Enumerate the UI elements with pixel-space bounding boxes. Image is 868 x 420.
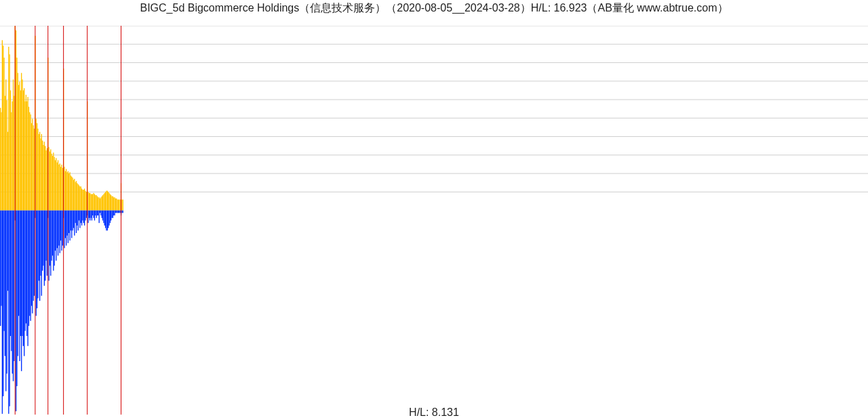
svg-rect-241 (87, 211, 88, 224)
svg-rect-143 (121, 200, 122, 211)
svg-rect-122 (102, 195, 103, 211)
svg-rect-159 (13, 211, 14, 381)
svg-rect-124 (104, 193, 105, 211)
svg-rect-174 (26, 211, 27, 336)
svg-rect-133 (113, 196, 113, 211)
svg-rect-249 (95, 211, 96, 215)
svg-rect-55 (41, 134, 42, 211)
svg-rect-27 (16, 30, 16, 211)
svg-rect-171 (24, 211, 24, 356)
grid-lines (0, 26, 868, 192)
svg-rect-252 (98, 211, 98, 215)
svg-rect-37 (24, 102, 25, 211)
svg-rect-245 (92, 211, 92, 221)
svg-rect-222 (71, 211, 71, 231)
svg-rect-257 (102, 211, 103, 221)
svg-rect-221 (69, 211, 70, 240)
svg-rect-119 (100, 198, 100, 211)
svg-rect-87 (71, 175, 71, 211)
svg-rect-219 (68, 211, 68, 243)
svg-rect-14 (3, 58, 4, 211)
svg-rect-92 (75, 182, 75, 211)
svg-rect-231 (79, 211, 79, 221)
svg-rect-253 (99, 211, 100, 224)
svg-rect-215 (64, 211, 64, 249)
svg-rect-54 (40, 138, 41, 210)
svg-rect-181 (33, 211, 34, 301)
svg-rect-81 (65, 171, 66, 211)
svg-rect-184 (36, 211, 37, 316)
svg-rect-153 (7, 211, 8, 291)
chart-plot (0, 26, 868, 415)
svg-rect-239 (86, 211, 87, 218)
svg-rect-255 (100, 211, 101, 215)
svg-rect-265 (110, 211, 111, 224)
svg-rect-192 (43, 211, 43, 266)
svg-rect-41 (28, 107, 29, 211)
svg-rect-256 (102, 211, 102, 218)
svg-rect-178 (30, 211, 31, 321)
svg-rect-128 (108, 192, 108, 210)
svg-rect-106 (87, 192, 88, 210)
svg-rect-163 (16, 211, 17, 386)
svg-rect-82 (66, 169, 66, 210)
svg-rect-33 (21, 73, 22, 211)
svg-rect-224 (72, 211, 73, 231)
svg-rect-77 (61, 165, 62, 211)
svg-rect-17 (6, 100, 7, 211)
svg-rect-108 (90, 193, 90, 211)
svg-rect-118 (99, 197, 100, 210)
svg-rect-80 (64, 167, 64, 210)
svg-rect-74 (58, 165, 59, 211)
svg-rect-125 (105, 192, 106, 210)
svg-rect-63 (48, 147, 49, 210)
svg-rect-218 (66, 211, 67, 236)
svg-rect-179 (31, 211, 32, 306)
svg-rect-259 (104, 211, 105, 226)
svg-rect-136 (115, 198, 116, 211)
svg-rect-175 (27, 211, 28, 346)
lower-bars (0, 211, 123, 414)
svg-rect-47 (34, 129, 35, 211)
svg-rect-68 (53, 152, 54, 210)
svg-rect-12 (2, 40, 3, 210)
svg-rect-129 (108, 193, 109, 211)
svg-rect-196 (47, 211, 47, 276)
svg-rect-198 (48, 211, 49, 281)
svg-rect-225 (73, 211, 74, 228)
svg-rect-228 (76, 211, 77, 233)
svg-rect-247 (93, 211, 94, 218)
svg-rect-202 (52, 211, 53, 256)
svg-rect-84 (68, 171, 68, 211)
svg-rect-29 (18, 73, 18, 211)
svg-rect-182 (34, 211, 35, 296)
svg-rect-251 (97, 211, 98, 215)
svg-rect-211 (60, 211, 61, 240)
chart-title: BIGC_5d Bigcommerce Holdings（信息技术服务）（202… (0, 1, 868, 16)
svg-rect-260 (105, 211, 106, 228)
svg-rect-156 (10, 211, 11, 336)
svg-rect-53 (39, 132, 40, 211)
svg-rect-61 (47, 148, 47, 211)
svg-rect-76 (60, 167, 61, 210)
svg-rect-168 (21, 211, 22, 371)
svg-rect-187 (39, 211, 39, 281)
svg-rect-24 (13, 79, 14, 210)
svg-rect-176 (28, 211, 29, 326)
svg-rect-162 (16, 211, 16, 411)
svg-rect-91 (74, 179, 75, 211)
svg-rect-25 (14, 96, 14, 210)
svg-rect-204 (54, 211, 54, 266)
svg-rect-148 (3, 211, 3, 396)
svg-rect-195 (45, 211, 46, 261)
svg-rect-273 (117, 211, 117, 213)
svg-rect-102 (84, 188, 85, 210)
svg-rect-248 (94, 211, 95, 221)
svg-rect-135 (114, 197, 115, 210)
svg-rect-146 (1, 211, 1, 306)
svg-rect-111 (92, 194, 93, 210)
svg-rect-126 (106, 191, 106, 211)
svg-rect-114 (95, 195, 96, 211)
svg-rect-199 (50, 211, 50, 266)
svg-rect-243 (90, 211, 90, 221)
